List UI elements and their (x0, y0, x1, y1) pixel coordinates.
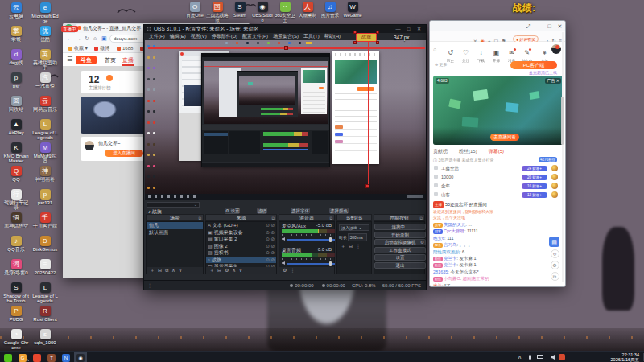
taskbar-app[interactable]: G (16, 352, 29, 362)
control-button[interactable]: 开始录制 (374, 232, 426, 238)
desktop-icon[interactable]: L League of Legends (31, 119, 59, 142)
desktop-icon[interactable]: 优 优酷 (31, 26, 59, 49)
panel-titlebar[interactable]: ✕□—⤢ (430, 21, 565, 31)
control-button[interactable]: 退出 (374, 262, 426, 269)
menu-item[interactable]: 场景集合(S) (273, 34, 299, 39)
desktop-icon[interactable]: 英 英雄联盟助手 (31, 49, 59, 72)
window-button[interactable]: □ (544, 21, 555, 31)
visibility-lock-icons[interactable]: ⊙ ⊘ (266, 257, 275, 264)
menu-item[interactable]: 视图(V) (191, 34, 207, 39)
desktop-icon[interactable]: 神 神明画卷 (31, 166, 59, 189)
desktop-icon[interactable]: O 百度One (184, 2, 206, 18)
menu-item[interactable]: 帮助(H) (324, 34, 341, 39)
desktop-icon[interactable]: 人 人物重制 (296, 2, 319, 18)
preview-option-dropdown[interactable]: ⌄ (147, 202, 200, 208)
volume-slider[interactable] (287, 263, 335, 265)
desktop-icon[interactable]: ◉ OBS Studio (251, 2, 274, 23)
visibility-lock-icons[interactable]: ⊙ ⊘ (266, 236, 275, 243)
control-button[interactable]: 工作室模式 (374, 247, 426, 253)
ad-close-chip[interactable]: 广告 ✕ (545, 78, 561, 84)
menu-item[interactable]: 配置文件(P) (242, 34, 268, 39)
app-icon[interactable]: ▣ (101, 33, 107, 44)
chat-message[interactable]: 舰长言习鸟: 。。。 (433, 241, 551, 248)
selection-handle[interactable] (353, 41, 357, 44)
window-button[interactable]: ✕ (414, 25, 424, 33)
taskbar-app[interactable]: ◉ (74, 352, 87, 362)
scene-item[interactable]: 默认画面 (147, 229, 203, 237)
chat-message[interactable]: 粉丝克兰卡: 发卡麻 1 (433, 261, 551, 268)
more-button[interactable]: ⊖ 更多 (435, 62, 448, 67)
bookmark-item[interactable]: 1688 (117, 44, 133, 53)
taskbar-app[interactable]: T (45, 352, 58, 362)
desktop-icon[interactable]: D DiskGenius (31, 236, 59, 259)
source-item[interactable]: A文本 (GDI+)⊙ ⊘ (206, 222, 276, 229)
room-tab[interactable]: 弹幕(5) (489, 149, 504, 154)
bookmark-item[interactable]: 收藏 ▾ (68, 44, 88, 53)
window-button[interactable]: ✕ (555, 21, 565, 31)
window-button[interactable]: ⤢ (523, 21, 534, 31)
toolbar-icon[interactable]: ＋ (341, 244, 345, 249)
selection-handle[interactable] (353, 31, 357, 34)
bookmark-item[interactable]: 微博 (94, 44, 109, 53)
scrollbar-thumb[interactable] (561, 97, 564, 145)
toolbar-icon[interactable]: ∧ (232, 268, 235, 273)
window-button[interactable]: — (393, 25, 403, 33)
source-toolbar-button[interactable]: ⚙ 设置 (225, 208, 240, 214)
desktop-icon[interactable]: Q QQ (2, 166, 30, 189)
douyu-logo[interactable]: 斗鱼 (76, 56, 97, 64)
fan-group-badge[interactable]: 4276粉丝 (539, 157, 557, 162)
refresh-icon[interactable]: ↻ (85, 33, 89, 44)
desktop-icon[interactable]: 国 三国志战略版 (206, 2, 229, 23)
selection-handle[interactable] (376, 31, 379, 34)
ranking-row[interactable]: 10000 20 财富+ (433, 173, 560, 182)
toolbar-icon[interactable]: ＋ (209, 268, 214, 273)
chat-message[interactable]: 粉丝小鸟酱O: 超刚惠正常的 (433, 275, 551, 282)
source-toolbar-button[interactable]: 选择字体 (291, 208, 310, 214)
speaker-icon[interactable] (282, 237, 285, 241)
selected-text-source[interactable]: 战旗 (356, 33, 377, 42)
toolbar-icon[interactable]: ⧉ (165, 268, 168, 273)
desktop-icon[interactable]: e Microsoft Edge (31, 2, 59, 26)
toolbar-icon[interactable]: ∨ (239, 268, 242, 273)
source-toolbar-button[interactable]: 选择颜色 (329, 208, 349, 214)
desktop-icon[interactable]: p psr131 (31, 189, 59, 212)
enter-room-button[interactable]: 进入直播间 (105, 150, 143, 157)
search-icon[interactable]: ○ (433, 47, 436, 52)
desktop-icon[interactable]: ♪ QQ音乐 (2, 236, 30, 259)
desktop-icon[interactable]: S Shadow of the Tomb (2, 282, 30, 306)
source-item[interactable]: ▣视频采集设备⊙ ⊘ (206, 229, 276, 237)
obs-titlebar[interactable]: OBS 31.0.1 - 配置文件: 未命名 - 场景: 未命名 ✕□— (144, 25, 426, 33)
hamburger-icon[interactable]: ☰ (67, 56, 72, 63)
tray-notification-icon[interactable] (559, 354, 565, 360)
desktop-icon[interactable]: S Steam (229, 2, 251, 18)
menu-item[interactable]: 文件(F) (149, 34, 165, 39)
nav-live-link[interactable]: 直播 (122, 56, 134, 66)
desktop-icon[interactable]: W WeGame (341, 2, 364, 18)
speaker-icon[interactable] (282, 261, 285, 265)
toolbar-icon[interactable]: ⋮ (356, 244, 361, 249)
volume-slider[interactable] (287, 239, 335, 241)
chat-message[interactable]: 财富Cyc大胖呀: 11111 (433, 228, 551, 234)
desktop-icon[interactable]: R Rust Client (31, 306, 59, 329)
toolbar-icon[interactable]: ⚙ (225, 268, 229, 273)
desktop-icon[interactable]: 云 云电脑 (2, 2, 30, 26)
pc-client-button[interactable]: PC客户端 (510, 61, 557, 69)
taskbar-app[interactable] (2, 352, 14, 362)
desktop-icon[interactable]: ♫ 图片音乐 (319, 2, 341, 18)
forward-icon[interactable]: → (76, 33, 81, 44)
back-icon[interactable]: ← (67, 33, 72, 44)
popout-icon[interactable]: ⧉ (419, 215, 423, 221)
toolbar-icon[interactable]: ⊟ (158, 268, 162, 273)
user-avatar[interactable] (551, 44, 561, 54)
chat-message[interactable]: 陪性两双胞胎: 6 (433, 249, 551, 255)
settings-button[interactable]: ⚙ (551, 261, 559, 269)
visibility-lock-icons[interactable]: ⊙ ⊘ (266, 243, 275, 250)
window-button[interactable]: □ (403, 25, 414, 33)
speaker-icon[interactable] (551, 355, 555, 360)
desktop-icon[interactable]: ◔ Google Chrome (2, 329, 30, 352)
window-button[interactable]: — (534, 21, 544, 31)
popout-icon[interactable]: ⧉ (198, 215, 201, 221)
goto-room-button[interactable]: 去直播间看 (490, 134, 519, 141)
desktop-icon[interactable]: ᴖ 360安全卫士 (274, 2, 296, 23)
selection-handle[interactable] (376, 41, 379, 44)
